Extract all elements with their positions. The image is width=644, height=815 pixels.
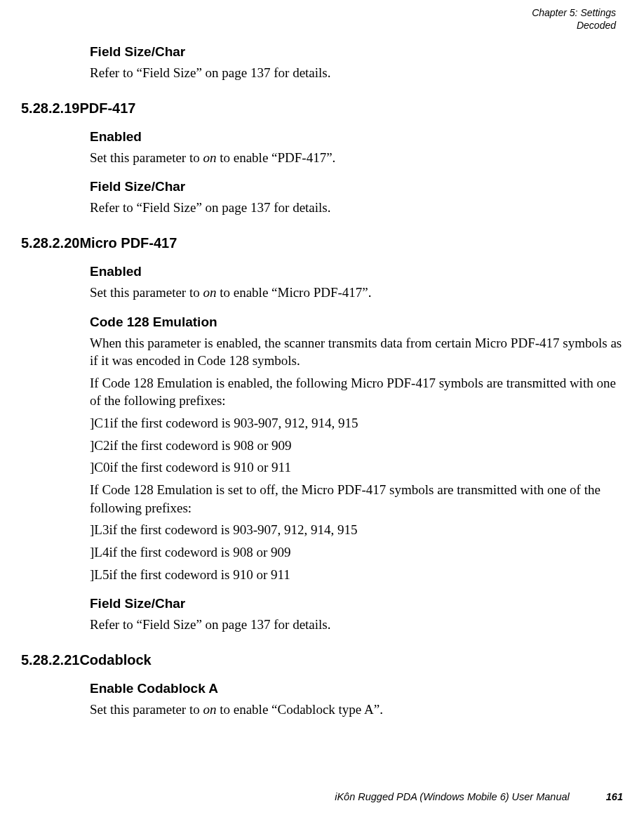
paragraph: ]L3if the first codeword is 903-907, 912… bbox=[90, 521, 623, 539]
text-italic: on bbox=[203, 150, 216, 165]
section-title: PDF-417 bbox=[79, 100, 135, 117]
heading-field-size-char: Field Size/Char bbox=[90, 44, 623, 60]
paragraph: Set this parameter to on to enable “PDF-… bbox=[90, 149, 623, 167]
paragraph: Refer to “Field Size” on page 137 for de… bbox=[90, 616, 623, 634]
heading-code128-emulation: Code 128 Emulation bbox=[90, 314, 623, 330]
paragraph: Refer to “Field Size” on page 137 for de… bbox=[90, 199, 623, 217]
paragraph: ]C0if the first codeword is 910 or 911 bbox=[90, 458, 623, 477]
text-italic: on bbox=[203, 285, 216, 300]
paragraph: Refer to “Field Size” on page 137 for de… bbox=[90, 64, 623, 82]
paragraph: When this parameter is enabled, the scan… bbox=[90, 334, 623, 370]
header-chapter: Chapter 5: Settings bbox=[21, 7, 616, 20]
section-number: 5.28.2.19 bbox=[21, 100, 79, 117]
heading-enabled: Enabled bbox=[90, 129, 623, 145]
text: Set this parameter to bbox=[90, 702, 203, 717]
section-title: Codablock bbox=[79, 652, 151, 668]
text: to enable “Codablock type A”. bbox=[216, 702, 382, 717]
paragraph: ]L4if the first codeword is 908 or 909 bbox=[90, 543, 623, 562]
heading-micro-pdf417: 5.28.2.20Micro PDF-417 bbox=[21, 235, 623, 251]
paragraph: Set this parameter to on to enable “Coda… bbox=[90, 701, 623, 719]
header-section: Decoded bbox=[21, 20, 616, 32]
heading-pdf417: 5.28.2.19PDF-417 bbox=[21, 100, 623, 117]
heading-enable-codablock-a: Enable Codablock A bbox=[90, 681, 623, 696]
paragraph: ]L5if the first codeword is 910 or 911 bbox=[90, 566, 623, 584]
text: Set this parameter to bbox=[90, 285, 203, 300]
heading-codablock: 5.28.2.21Codablock bbox=[21, 652, 623, 668]
paragraph: If Code 128 Emulation is enabled, the fo… bbox=[90, 374, 623, 410]
text: Set this parameter to bbox=[90, 150, 203, 165]
text: to enable “PDF-417”. bbox=[216, 150, 335, 165]
page-header: Chapter 5: Settings Decoded bbox=[21, 7, 616, 32]
section-number: 5.28.2.20 bbox=[21, 235, 79, 251]
text-italic: on bbox=[203, 702, 216, 717]
paragraph: Set this parameter to on to enable “Micr… bbox=[90, 284, 623, 302]
paragraph: ]C1if the first codeword is 903-907, 912… bbox=[90, 414, 623, 432]
heading-field-size-char: Field Size/Char bbox=[90, 179, 623, 194]
paragraph: ]C2if the first codeword is 908 or 909 bbox=[90, 437, 623, 455]
text: to enable “Micro PDF-417”. bbox=[216, 285, 371, 300]
paragraph: If Code 128 Emulation is set to off, the… bbox=[90, 481, 623, 517]
footer-title: iKôn Rugged PDA (Windows Mobile 6) User … bbox=[335, 791, 570, 802]
heading-field-size-char: Field Size/Char bbox=[90, 596, 623, 611]
heading-enabled: Enabled bbox=[90, 264, 623, 279]
footer-page-number: 161 bbox=[606, 791, 623, 802]
page-footer: iKôn Rugged PDA (Windows Mobile 6) User … bbox=[335, 791, 623, 802]
document-page: Chapter 5: Settings Decoded Field Size/C… bbox=[0, 0, 644, 815]
section-number: 5.28.2.21 bbox=[21, 652, 79, 668]
section-title: Micro PDF-417 bbox=[79, 235, 177, 251]
